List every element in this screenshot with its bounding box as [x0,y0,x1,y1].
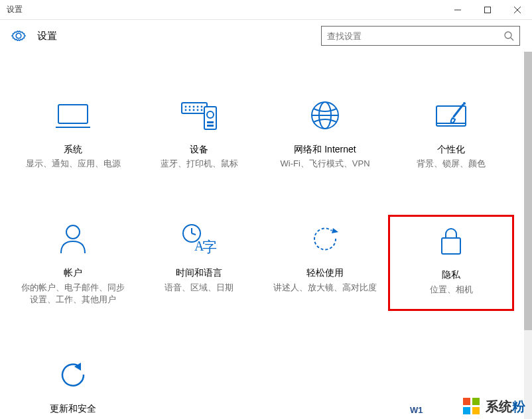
svg-rect-8 [182,103,207,113]
svg-point-28 [463,102,466,105]
vertical-scrollbar[interactable] [524,52,532,419]
page-title: 设置 [37,30,57,42]
tile-privacy[interactable]: 隐私 位置、相机 [388,215,514,311]
tile-title: 网络和 Internet [294,143,356,155]
svg-point-13 [201,106,203,108]
tile-title: 时间和语言 [176,267,222,278]
titlebar: 设置 [0,0,532,20]
tile-personalization[interactable]: 个性化 背景、锁屏、颜色 [388,91,514,175]
tile-update-security[interactable]: 更新和安全 [10,351,136,419]
tile-desc: 位置、相机 [425,284,478,296]
watermark-logo-icon [462,396,482,416]
tile-time-language[interactable]: A 字 时间和语言 语音、区域、日期 [136,215,262,311]
svg-rect-40 [463,407,470,414]
system-icon [54,97,92,134]
svg-point-10 [189,106,191,108]
svg-rect-1 [484,7,490,13]
svg-rect-36 [442,238,460,254]
tile-desc: 背景、锁屏、颜色 [411,158,491,170]
svg-point-11 [193,106,195,108]
search-icon [503,30,514,41]
tile-devices[interactable]: 设备 蓝牙、打印机、鼠标 [136,91,262,175]
header: 设置 [0,20,532,52]
watermark: 系统粉 [462,396,525,416]
watermark-text: 系统粉 [486,398,525,416]
tile-desc: 显示、通知、应用、电源 [21,158,126,170]
ease-of-access-icon [306,220,344,257]
globe-icon [306,97,344,134]
search-input[interactable] [327,31,503,41]
tile-desc: 讲述人、放大镜、高对比度 [268,282,382,294]
settings-gear-button[interactable] [8,25,29,46]
svg-marker-35 [332,228,338,233]
tile-title: 轻松使用 [306,267,344,278]
svg-rect-22 [207,125,214,127]
maximize-icon [484,7,491,13]
gear-icon [11,28,27,44]
devices-icon [180,97,218,134]
svg-point-9 [185,106,187,108]
personalization-icon [432,97,470,134]
svg-point-16 [193,109,195,111]
tile-title: 设备 [190,143,208,155]
svg-point-29 [66,225,80,239]
tile-desc: 蓝牙、打印机、鼠标 [155,158,243,170]
tile-accounts[interactable]: 帐户 你的帐户、电子邮件、同步设置、工作、其他用户 [10,215,136,311]
tile-desc: Wi-Fi、飞行模式、VPN [275,158,375,170]
window-title: 设置 [7,4,442,15]
tile-title: 帐户 [64,267,82,278]
svg-point-18 [201,109,203,111]
tile-title: 隐私 [442,269,460,280]
minimize-button[interactable] [442,0,472,20]
tile-title: 更新和安全 [50,402,96,414]
svg-point-12 [197,106,199,108]
svg-point-4 [505,32,511,38]
svg-rect-21 [207,121,214,123]
svg-text:字: 字 [202,239,217,255]
svg-rect-39 [472,398,480,405]
time-language-icon: A 字 [180,220,218,257]
close-button[interactable] [502,0,532,20]
tile-network[interactable]: 网络和 Internet Wi-Fi、飞行模式、VPN [262,91,388,175]
svg-line-5 [511,38,513,40]
update-icon [54,356,92,393]
tile-desc: 语音、区域、日期 [159,282,239,294]
lock-icon [432,222,470,259]
tile-desc: 你的帐户、电子邮件、同步设置、工作、其他用户 [13,282,133,306]
svg-rect-6 [58,105,88,123]
maximize-button[interactable] [472,0,502,20]
tile-title: 个性化 [437,143,465,155]
svg-point-17 [197,109,199,111]
svg-rect-38 [463,398,470,405]
tile-title: 系统 [64,143,82,155]
account-icon [54,220,92,257]
close-icon [514,7,521,13]
minimize-icon [454,7,461,13]
watermark-extra: W1 [410,405,423,415]
content-area: 系统 显示、通知、应用、电源 设备 蓝牙、打印机、鼠标 [0,52,524,419]
scrollbar-thumb[interactable] [524,52,532,330]
svg-point-15 [189,109,191,111]
tile-ease-of-access[interactable]: 轻松使用 讲述人、放大镜、高对比度 [262,215,388,311]
search-box[interactable] [321,26,520,46]
svg-line-32 [192,233,196,235]
svg-point-14 [185,109,187,111]
tile-system[interactable]: 系统 显示、通知、应用、电源 [10,91,136,175]
settings-grid: 系统 显示、通知、应用、电源 设备 蓝牙、打印机、鼠标 [0,52,524,419]
svg-rect-41 [472,407,480,414]
